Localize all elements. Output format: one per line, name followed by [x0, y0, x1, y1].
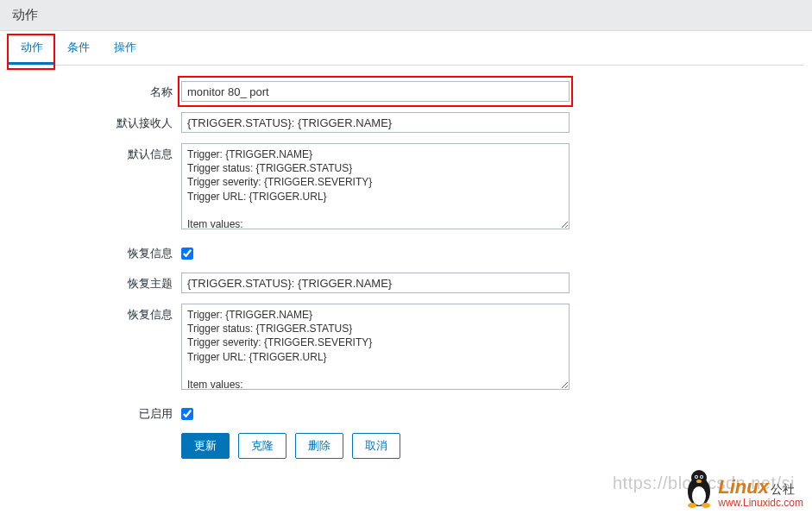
logo-text: Linux 公社 www.Linuxidc.com [718, 478, 803, 509]
svg-point-7 [696, 480, 702, 483]
tab-conditions[interactable]: 条件 [55, 31, 102, 65]
row-recovery-enable: 恢复信息 [9, 242, 803, 262]
label-enabled: 已启用 [9, 403, 181, 422]
clone-button[interactable]: 克隆 [238, 433, 286, 459]
recovery-subject-input[interactable] [181, 273, 570, 293]
update-button[interactable]: 更新 [181, 433, 230, 459]
row-recovery-message: 恢复信息 [9, 304, 803, 392]
page-header: 动作 [0, 0, 812, 31]
enabled-checkbox[interactable] [181, 408, 193, 420]
cancel-button[interactable]: 取消 [352, 433, 400, 459]
svg-point-8 [688, 503, 696, 508]
svg-point-5 [696, 476, 697, 478]
delete-button[interactable]: 删除 [295, 433, 343, 459]
name-highlight-box [181, 81, 570, 102]
form-area: 名称 默认接收人 默认信息 恢复信息 恢复主题 [9, 78, 803, 459]
logo-main-text: Linux [718, 478, 769, 497]
label-default-recipient: 默认接收人 [9, 112, 181, 131]
label-default-message: 默认信息 [9, 143, 181, 162]
svg-point-9 [702, 503, 710, 508]
tab-bar: 动作 条件 操作 [9, 31, 803, 66]
svg-point-2 [691, 470, 707, 486]
logo-area: Linux 公社 www.Linuxidc.com [682, 467, 803, 509]
label-recovery-message: 恢复信息 [9, 304, 181, 323]
name-input[interactable] [181, 81, 570, 102]
logo-main: Linux 公社 [718, 478, 795, 497]
label-name: 名称 [9, 81, 181, 100]
svg-point-1 [692, 486, 706, 505]
button-row: 更新 克隆 删除 取消 [181, 433, 803, 459]
row-recovery-subject: 恢复主题 [9, 273, 803, 293]
tab-action[interactable]: 动作 [9, 31, 55, 65]
recovery-message-textarea[interactable] [181, 304, 570, 390]
row-default-recipient: 默认接收人 [9, 112, 803, 133]
page-title: 动作 [12, 7, 38, 22]
logo-cn-text: 公社 [771, 483, 795, 495]
logo-url: www.Linuxidc.com [718, 497, 803, 509]
recovery-enable-checkbox[interactable] [181, 248, 193, 260]
label-recovery-subject: 恢复主题 [9, 273, 181, 291]
default-recipient-input[interactable] [181, 112, 570, 133]
row-name: 名称 [9, 81, 803, 102]
row-default-message: 默认信息 [9, 143, 803, 232]
svg-point-6 [701, 476, 702, 478]
label-recovery-enable: 恢复信息 [9, 242, 181, 261]
row-enabled: 已启用 [9, 403, 803, 423]
default-message-textarea[interactable] [181, 143, 570, 229]
tab-operations[interactable]: 操作 [102, 31, 148, 65]
penguin-icon [682, 467, 716, 509]
